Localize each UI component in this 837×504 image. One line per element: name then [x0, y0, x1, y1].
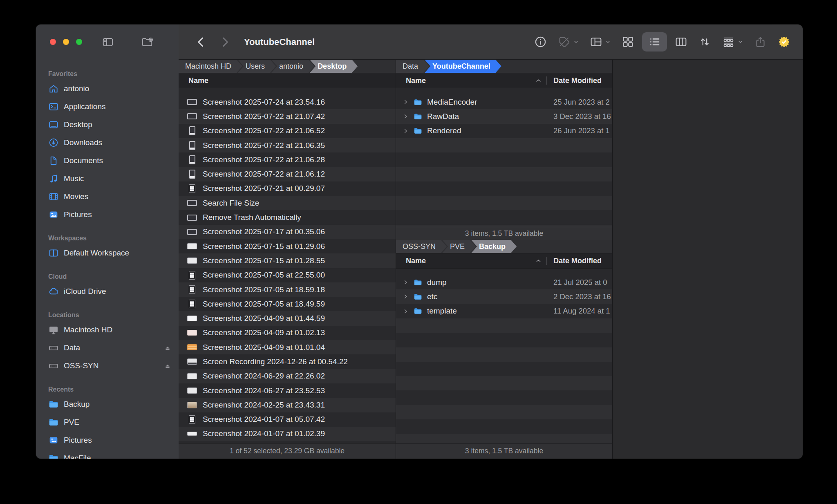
pictures-icon — [48, 435, 59, 446]
date-modified-value: 21 Jul 2025 at 0 — [547, 278, 612, 287]
sidebar-item-movies[interactable]: Movies — [36, 188, 179, 206]
folder-row-rawdata[interactable]: RawData3 Dec 2023 at 16 — [396, 109, 612, 123]
sidebar-item-data[interactable]: Data — [36, 339, 179, 357]
file-row-screenshot-2025-07-22-at-21-07-42[interactable]: Screenshot 2025-07-22 at 21.07.42 — [179, 109, 396, 123]
disclosure-chevron-icon[interactable] — [403, 308, 409, 314]
breadcrumb-macintosh-hd[interactable]: Macintosh HD — [179, 60, 242, 73]
file-row-screenshot-2025-07-15-at-01-28-55[interactable]: Screenshot 2025-07-15 at 01.28.55 — [179, 253, 396, 268]
file-row-screenshot-2025-07-05-at-22-55-00[interactable]: Screenshot 2025-07-05 at 22.55.00 — [179, 268, 396, 282]
sidebar-item-backup[interactable]: Backup — [36, 395, 179, 413]
file-row-screenshot-2025-07-22-at-21-06-12[interactable]: Screenshot 2025-07-22 at 21.06.12 — [179, 167, 396, 181]
file-row-screenshot-2025-07-15-at-01-29-06[interactable]: Screenshot 2025-07-15 at 01.29.06 — [179, 239, 396, 253]
breadcrumb-backup[interactable]: Backup — [471, 240, 517, 253]
file-row-screenshot-2024-01-07-at-01-02-39[interactable]: Screenshot 2024-01-07 at 01.02.39 — [179, 427, 396, 441]
sidebar-item-label: MacFile — [64, 454, 91, 459]
name-column-header[interactable]: Name — [179, 76, 208, 85]
file-row-screenshot-2024-02-25-at-23-43-31[interactable]: Screenshot 2024-02-25 at 23.43.31 — [179, 398, 396, 412]
folder-row-etc[interactable]: etc2 Dec 2023 at 16 — [396, 289, 612, 304]
tags-button[interactable] — [558, 36, 579, 48]
file-row-screenshot-2025-07-17-at-00-35-06[interactable]: Screenshot 2025-07-17 at 00.35.06 — [179, 225, 396, 239]
file-row-screenshot-2025-04-09-at-01-01-04[interactable]: Screenshot 2025-04-09 at 01.01.04 — [179, 340, 396, 354]
eject-icon[interactable] — [163, 361, 172, 370]
folder-row-mediaencoder[interactable]: MediaEncoder25 Jun 2023 at 2 — [396, 95, 612, 109]
finder-window: FavoritesantonioApplicationsDesktopDownl… — [36, 25, 803, 459]
column-view-button[interactable] — [675, 36, 687, 48]
list-view-button[interactable] — [642, 32, 667, 52]
folder-row-template[interactable]: template11 Aug 2024 at 1 — [396, 304, 612, 318]
breadcrumb-antonio[interactable]: antonio — [271, 60, 314, 73]
sidebar-item-music[interactable]: Music — [36, 170, 179, 188]
disclosure-chevron-icon[interactable] — [403, 128, 409, 134]
disclosure-chevron-icon[interactable] — [403, 113, 409, 119]
icon-view-button[interactable] — [622, 36, 634, 48]
file-row-screenshot-2025-07-22-at-21-06-35[interactable]: Screenshot 2025-07-22 at 21.06.35 — [179, 138, 396, 152]
file-row-screenshot-2025-07-22-at-21-06-52[interactable]: Screenshot 2025-07-22 at 21.06.52 — [179, 124, 396, 138]
file-row-screenshot-2025-07-22-at-21-06-28[interactable]: Screenshot 2025-07-22 at 21.06.28 — [179, 152, 396, 167]
file-row-screenshot-2025-07-05-at-18-59-18[interactable]: Screenshot 2025-07-05 at 18.59.18 — [179, 282, 396, 297]
breadcrumb-youtubechannel[interactable]: YoutubeChannel — [425, 60, 501, 73]
file-row-screenshot-2024-06-27-at-23-52-53[interactable]: Screenshot 2024-06-27 at 23.52.53 — [179, 383, 396, 398]
new-folder-icon[interactable] — [141, 36, 153, 48]
file-row-screenshot-2025-04-09-at-01-02-13[interactable]: Screenshot 2025-04-09 at 01.02.13 — [179, 326, 396, 340]
dark-window-thumbnail — [187, 212, 197, 223]
folder-icon — [413, 307, 423, 316]
date-modified-column-header[interactable]: Date Modified — [547, 76, 602, 85]
sidebar-item-label: Applications — [64, 102, 105, 111]
get-info-button[interactable] — [534, 36, 547, 48]
sidebar-item-pve[interactable]: PVE — [36, 413, 179, 431]
sidebar-item-documents[interactable]: Documents — [36, 152, 179, 170]
folder-name: etc — [427, 292, 437, 301]
forward-button[interactable] — [218, 35, 232, 49]
group-button[interactable] — [722, 36, 743, 48]
disclosure-chevron-icon[interactable] — [403, 99, 409, 105]
sidebar-item-downloads[interactable]: Downloads — [36, 134, 179, 152]
breadcrumb-users[interactable]: Users — [238, 60, 276, 73]
sort-button[interactable] — [698, 36, 711, 48]
sidebar-item-antonio[interactable]: antonio — [36, 80, 179, 98]
name-column-header[interactable]: Name — [396, 76, 546, 85]
file-row-screenshot-2025-07-21-at-00-29-07[interactable]: Screenshot 2025-07-21 at 00.29.07 — [179, 181, 396, 196]
breadcrumb-oss-syn[interactable]: OSS-SYN — [396, 240, 447, 253]
file-row-screenshot-2025-04-09-at-01-44-59[interactable]: Screenshot 2025-04-09 at 01.44.59 — [179, 311, 396, 325]
sidebar-item-default-workspace[interactable]: Default Workspace — [36, 244, 179, 262]
file-row-search-file-size[interactable]: Search File Size — [179, 196, 396, 210]
file-row-remove-trash-automatically[interactable]: Remove Trash Automatically — [179, 210, 396, 224]
file-row-screenshot-2024-06-29-at-22-26-02[interactable]: Screenshot 2024-06-29 at 22.26.02 — [179, 369, 396, 383]
desktop-status-text: 1 of 52 selected, 23.29 GB available — [230, 447, 345, 455]
sidebar-item-pictures[interactable]: Pictures — [36, 431, 179, 449]
breadcrumb-pve[interactable]: PVE — [442, 240, 476, 253]
minimize-window-button[interactable] — [63, 39, 69, 45]
sidebar-item-label: Downloads — [64, 138, 102, 147]
disclosure-chevron-icon[interactable] — [403, 293, 409, 300]
folder-row-rendered[interactable]: Rendered26 Jun 2023 at 1 — [396, 124, 612, 138]
file-row-screen-recording-2024-12-26-at-00-54-22[interactable]: Screen Recording 2024-12-26 at 00.54.22 — [179, 354, 396, 369]
sidebar-item-applications[interactable]: Applications — [36, 98, 179, 116]
eject-icon[interactable] — [163, 343, 172, 352]
folder-name: RawData — [427, 112, 459, 121]
file-row-screenshot-2024-01-07-at-05-07-42[interactable]: Screenshot 2024-01-07 at 05.07.42 — [179, 412, 396, 427]
name-column-header[interactable]: Name — [396, 257, 546, 265]
sidebar-toggle-icon[interactable] — [102, 36, 114, 48]
disclosure-chevron-icon[interactable] — [403, 279, 409, 285]
split-view-button[interactable] — [590, 36, 611, 48]
date-modified-value: 11 Aug 2024 at 1 — [547, 307, 612, 316]
sidebar-item-desktop[interactable]: Desktop — [36, 116, 179, 134]
sidebar-item-macintosh-hd[interactable]: Macintosh HD — [36, 321, 179, 339]
document-thumbnail — [187, 414, 197, 425]
document-thumbnail — [187, 270, 197, 280]
date-modified-column-header[interactable]: Date Modified — [547, 257, 602, 265]
folder-row-dump[interactable]: dump21 Jul 2025 at 0 — [396, 275, 612, 289]
file-row-screenshot-2025-07-24-at-23-54-16[interactable]: Screenshot 2025-07-24 at 23.54.16 — [179, 95, 396, 109]
sidebar-item-oss-syn[interactable]: OSS-SYN — [36, 357, 179, 375]
close-window-button[interactable] — [50, 39, 56, 45]
app-badge-button[interactable] — [778, 36, 790, 48]
breadcrumb-data[interactable]: Data — [396, 60, 429, 73]
sidebar-item-macfile[interactable]: MacFile — [36, 449, 179, 459]
back-button[interactable] — [194, 35, 208, 49]
share-button[interactable] — [754, 36, 767, 48]
sidebar-item-pictures[interactable]: Pictures — [36, 206, 179, 224]
zoom-window-button[interactable] — [76, 39, 82, 45]
breadcrumb-desktop[interactable]: Desktop — [310, 60, 358, 73]
sidebar-item-icloud-drive[interactable]: iCloud Drive — [36, 282, 179, 300]
file-row-screenshot-2025-07-05-at-18-49-59[interactable]: Screenshot 2025-07-05 at 18.49.59 — [179, 297, 396, 311]
